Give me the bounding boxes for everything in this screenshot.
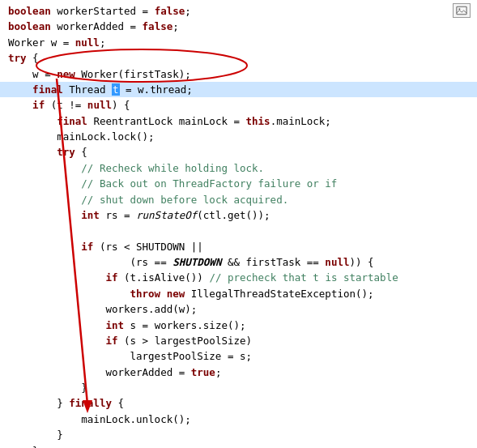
code-line: boolean workerStarted = false; <box>0 3 477 19</box>
code-line: w = new Worker(firstTask); <box>0 66 477 82</box>
code-line: if (t.isAlive()) // precheck that t is s… <box>0 270 477 285</box>
code-line: Worker w = null; <box>0 35 477 50</box>
code-line: workers.add(w); <box>0 301 477 317</box>
code-line: if (t != null) { <box>0 97 477 113</box>
code-line: } <box>0 380 477 395</box>
code-line: if (rs < SHUTDOWN || <box>0 239 477 254</box>
code-line: int s = workers.size(); <box>0 318 477 333</box>
code-line: try { <box>0 50 477 66</box>
code-line: } <box>0 427 477 442</box>
code-line: workerAdded = true; <box>0 365 477 380</box>
code-line: int rs = runStateOf(ctl.get()); <box>0 207 477 223</box>
code-container: boolean workerStarted = false; boolean w… <box>0 0 477 448</box>
code-line: largestPoolSize = s; <box>0 348 477 364</box>
image-icon-button[interactable] <box>453 3 471 18</box>
code-line: (rs == SHUTDOWN && firstTask == null)) { <box>0 254 477 270</box>
code-line <box>0 223 477 238</box>
code-line: try { <box>0 144 477 160</box>
code-line: // Back out on ThreadFactory failure or … <box>0 176 477 191</box>
code-line: throw new IllegalThreadStateException(); <box>0 286 477 301</box>
code-line: if (s > largestPoolSize) <box>0 333 477 348</box>
code-line: // Recheck while holding lock. <box>0 160 477 176</box>
code-line: // shut down before lock acquired. <box>0 192 477 207</box>
svg-rect-3 <box>457 6 466 15</box>
selected-var-t: t <box>112 83 120 96</box>
code-line: } <box>0 443 477 449</box>
image-svg <box>456 6 467 15</box>
code-line: mainLock.unlock(); <box>0 412 477 427</box>
code-line: final ReentrantLock mainLock = this.main… <box>0 113 477 129</box>
code-line-thread: final Thread t = w.thread; <box>0 82 477 97</box>
code-line: boolean workerAdded = false; <box>0 19 477 34</box>
code-line: mainLock.lock(); <box>0 129 477 144</box>
code-line: } finally { <box>0 395 477 411</box>
